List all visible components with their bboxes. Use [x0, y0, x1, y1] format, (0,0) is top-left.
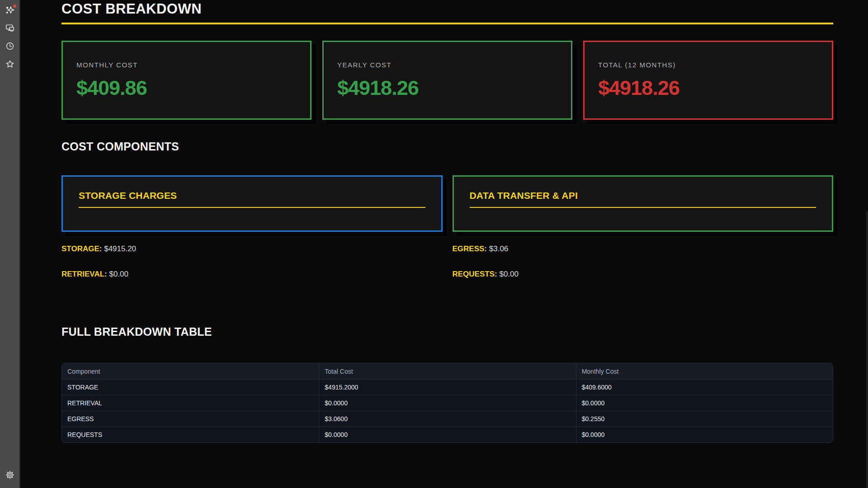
full-breakdown-table-heading: FULL BREAKDOWN TABLE: [61, 325, 212, 338]
total-12-months-card: TOTAL (12 MONTHS) $4918.26: [583, 41, 833, 120]
cell-total-cost: $0.0000: [319, 427, 576, 442]
value-label: REQUESTS: [453, 270, 495, 278]
favorites-button[interactable]: [3, 58, 17, 72]
cell-monthly-cost: $409.6000: [576, 379, 833, 395]
yearly-cost-card: YEARLY COST $4918.26: [322, 41, 572, 120]
favorites-star-icon: [5, 59, 15, 71]
card-label: TOTAL (12 MONTHS): [598, 61, 818, 69]
ai-sparkle-button[interactable]: [3, 4, 17, 18]
card-label: YEARLY COST: [337, 61, 557, 69]
cell-total-cost: $4915.2000: [319, 379, 576, 395]
title-accent-rule: [61, 23, 833, 24]
requests-value-line: REQUESTS: $0.00: [453, 270, 834, 279]
cell-total-cost: $0.0000: [319, 395, 576, 411]
devices-button[interactable]: [3, 22, 17, 36]
settings-button[interactable]: [3, 469, 17, 483]
main-content: COST BREAKDOWN MONTHLY COST $409.86 YEAR…: [61, 0, 833, 488]
value-separator: :: [99, 244, 102, 253]
component-card-title: DATA TRANSFER & API: [470, 190, 816, 201]
component-title-underline: [470, 207, 816, 208]
card-value: $4918.26: [337, 76, 557, 100]
history-button[interactable]: [3, 40, 17, 54]
cell-total-cost: $3.0600: [319, 411, 576, 427]
retrieval-value-line: RETRIEVAL: $0.00: [61, 270, 443, 279]
column-header-monthly-cost: Monthly Cost: [576, 363, 833, 379]
table-row: RETRIEVAL $0.0000 $0.0000: [62, 395, 833, 411]
storage-values-column: STORAGE: $4915.20 RETRIEVAL: $0.00: [61, 244, 443, 295]
egress-value-line: EGRESS: $3.06: [453, 244, 834, 253]
vertical-scrollbar-thumb[interactable]: [866, 211, 868, 488]
value-amount: $3.06: [489, 244, 509, 253]
page-title: COST BREAKDOWN: [61, 1, 202, 17]
table-row: REQUESTS $0.0000 $0.0000: [62, 427, 833, 442]
value-separator: :: [104, 270, 107, 278]
component-values-row: STORAGE: $4915.20 RETRIEVAL: $0.00 EGRES…: [61, 244, 833, 295]
value-amount: $0.00: [499, 270, 519, 278]
table-row: STORAGE $4915.2000 $409.6000: [62, 379, 833, 395]
history-clock-icon: [5, 41, 15, 53]
value-amount: $0.00: [109, 270, 128, 278]
cell-monthly-cost: $0.0000: [576, 427, 833, 442]
cost-components-heading: COST COMPONENTS: [61, 140, 179, 153]
cell-component: RETRIEVAL: [62, 395, 319, 411]
value-label: EGRESS: [453, 244, 485, 253]
value-separator: :: [495, 270, 497, 278]
component-title-underline: [79, 207, 425, 208]
data-transfer-api-card: DATA TRANSFER & API: [453, 175, 834, 232]
notification-dot: [13, 5, 16, 8]
cell-component: STORAGE: [62, 379, 319, 395]
devices-icon: [5, 23, 15, 35]
value-separator: :: [484, 244, 487, 253]
breakdown-table: Component Total Cost Monthly Cost STORAG…: [61, 363, 833, 443]
column-header-total-cost: Total Cost: [319, 363, 576, 379]
component-card-title: STORAGE CHARGES: [79, 190, 425, 201]
transfer-values-column: EGRESS: $3.06 REQUESTS: $0.00: [453, 244, 834, 295]
value-label: RETRIEVAL: [61, 270, 104, 278]
cell-component: REQUESTS: [62, 427, 319, 442]
component-cards-row: STORAGE CHARGES DATA TRANSFER & API: [61, 175, 833, 232]
cell-monthly-cost: $0.2550: [576, 411, 833, 427]
monthly-cost-card: MONTHLY COST $409.86: [61, 41, 311, 120]
value-amount: $4915.20: [104, 244, 136, 253]
card-value: $409.86: [76, 76, 297, 100]
column-header-component: Component: [62, 363, 319, 379]
cell-monthly-cost: $0.0000: [576, 395, 833, 411]
card-value: $4918.26: [598, 76, 818, 100]
summary-cards-row: MONTHLY COST $409.86 YEARLY COST $4918.2…: [61, 41, 833, 120]
card-label: MONTHLY COST: [76, 61, 297, 69]
cell-component: EGRESS: [62, 411, 319, 427]
left-sidebar: [0, 0, 20, 488]
table-header-row: Component Total Cost Monthly Cost: [62, 363, 833, 379]
storage-charges-card: STORAGE CHARGES: [61, 175, 443, 232]
settings-gear-icon: [5, 470, 15, 482]
value-label: STORAGE: [61, 244, 99, 253]
storage-value-line: STORAGE: $4915.20: [61, 244, 443, 253]
table-row: EGRESS $3.0600 $0.2550: [62, 411, 833, 427]
